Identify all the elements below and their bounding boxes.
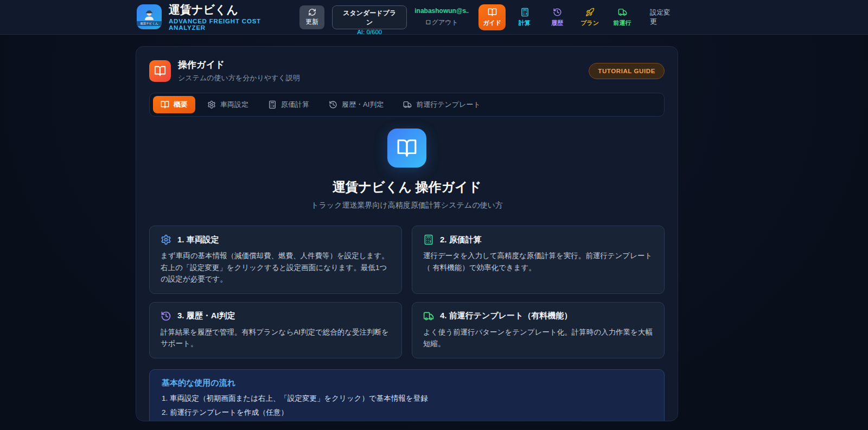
tab-label: 車両設定 — [220, 100, 248, 110]
tab-label: 履歴・AI判定 — [342, 100, 384, 110]
flow-step: 2. 前運行テンプレートを作成（任意） — [162, 407, 652, 418]
feature-title: 4. 前運行テンプレート（有料機能） — [440, 311, 572, 321]
refresh-icon — [308, 8, 316, 16]
header-right: 更新 スタンダードプラン AI: 0/600 inabashowun@s... … — [299, 4, 677, 30]
brand: 運賃ナビくん 運賃ナビくん ADVANCED FREIGHT COST ANAL… — [137, 3, 299, 31]
feature-title: 2. 原価計算 — [440, 235, 482, 245]
settings-link[interactable]: 設定変更 — [650, 8, 677, 27]
feature-desc: 計算結果を履歴で管理。有料プランならAI判定で総合的な受注判断をサポート。 — [161, 326, 391, 350]
feature-title: 3. 履歴・AI判定 — [177, 311, 235, 321]
basic-flow-box: 基本的な使用の流れ 1. 車両設定（初期画面または右上、「設定変更」をクリック）… — [149, 369, 665, 421]
guide-panel: 操作ガイド システムの使い方を分かりやすく説明 TUTORIAL GUIDE 概… — [136, 46, 678, 421]
feature-grid: 1. 車両設定 まず車両の基本情報（減価償却費、燃費、人件費等）を設定します。右… — [149, 226, 665, 358]
book-icon — [161, 100, 169, 109]
feature-card-header: 3. 履歴・AI判定 — [161, 311, 391, 322]
feature-desc: 運行データを入力して高精度な原価計算を実行。前運行テンプレート（ 有料機能）で効… — [423, 250, 653, 273]
calculator-icon — [520, 8, 529, 17]
flow-steps: 1. 車両設定（初期画面または右上、「設定変更」をクリック）で基本情報を登録 2… — [162, 393, 652, 421]
logout-link[interactable]: ログアウト — [414, 18, 469, 27]
feature-card-header: 4. 前運行テンプレート（有料機能） — [423, 311, 653, 322]
page-title: 操作ガイド — [178, 59, 300, 71]
tutorial-guide-badge: TUTORIAL GUIDE — [589, 63, 665, 79]
nav-item-history[interactable]: 履歴 — [544, 4, 571, 30]
nav-item-plan[interactable]: プラン — [576, 4, 603, 30]
calculator-icon — [423, 234, 434, 245]
feature-card-header: 1. 車両設定 — [161, 234, 391, 245]
nav-label: 履歴 — [551, 19, 563, 27]
account-info: inabashowun@s... ログアウト — [414, 7, 469, 27]
history-icon — [329, 100, 337, 109]
tab-prerun-template[interactable]: 前運行テンプレート — [395, 96, 488, 113]
header-nav: ガイド 計算 履歴 プラン 前運行 — [478, 4, 636, 30]
flow-step: 1. 車両設定（初期画面または右上、「設定変更」をクリック）で基本情報を登録 — [162, 393, 652, 404]
nav-label: 計算 — [519, 19, 531, 27]
tab-overview[interactable]: 概要 — [153, 96, 195, 113]
hero-title: 運賃ナビくん 操作ガイド — [149, 178, 665, 196]
feature-card-history-ai: 3. 履歴・AI判定 計算結果を履歴で管理。有料プランならAI判定で総合的な受注… — [149, 302, 402, 358]
guide-tab-strip: 概要 車両設定 原価計算 履歴・AI判定 前運行テンプレート — [149, 93, 665, 117]
tab-label: 前運行テンプレート — [416, 100, 481, 110]
tab-label: 概要 — [174, 100, 188, 110]
refresh-label: 更新 — [305, 17, 318, 27]
app-header: 運賃ナビくん 運賃ナビくん ADVANCED FREIGHT COST ANAL… — [0, 0, 868, 35]
tab-cost-calc[interactable]: 原価計算 — [260, 96, 317, 113]
panel-header-text: 操作ガイド システムの使い方を分かりやすく説明 — [178, 59, 300, 83]
app-subtitle: ADVANCED FREIGHT COST ANALYZER — [169, 18, 299, 31]
history-icon — [553, 8, 562, 17]
gear-icon — [207, 100, 216, 109]
tab-label: 原価計算 — [281, 100, 309, 110]
nav-item-prerun[interactable]: 前運行 — [609, 4, 636, 30]
plan-name: スタンダードプラン — [340, 9, 399, 27]
tab-history-ai[interactable]: 履歴・AI判定 — [321, 96, 391, 113]
nav-label: 前運行 — [614, 19, 631, 27]
app-title: 運賃ナビくん — [169, 3, 299, 16]
feature-card-cost-calc: 2. 原価計算 運行データを入力して高精度な原価計算を実行。前運行テンプレート（… — [412, 226, 665, 294]
feature-card-vehicle-settings: 1. 車両設定 まず車両の基本情報（減価償却費、燃費、人件費等）を設定します。右… — [149, 226, 402, 294]
app-logo: 運賃ナビくん — [137, 4, 162, 29]
history-icon — [161, 311, 171, 322]
book-icon — [488, 8, 497, 17]
nav-label: ガイド — [483, 19, 501, 27]
tab-vehicle-settings[interactable]: 車両設定 — [200, 96, 256, 113]
nav-item-calc[interactable]: 計算 — [511, 4, 538, 30]
truck-icon — [403, 100, 412, 109]
flow-title: 基本的な使用の流れ — [162, 378, 652, 388]
hero-subtitle: トラック運送業界向け高精度原価計算システムの使い方 — [149, 201, 665, 210]
truck-icon — [618, 8, 627, 17]
nav-label: プラン — [580, 19, 599, 27]
truck-icon — [423, 311, 434, 322]
rocket-icon — [585, 8, 595, 17]
mascot-icon — [142, 8, 156, 21]
logo-label: 運賃ナビくん — [137, 21, 162, 26]
book-icon — [154, 65, 166, 77]
hero-section: 運賃ナビくん 操作ガイド トラック運送業界向け高精度原価計算システムの使い方 — [149, 129, 665, 210]
nav-item-guide[interactable]: ガイド — [478, 4, 506, 30]
account-email: inabashowun@s... — [414, 7, 469, 15]
book-icon — [397, 138, 417, 158]
refresh-button[interactable]: 更新 — [299, 5, 324, 29]
feature-card-header: 2. 原価計算 — [423, 234, 653, 245]
feature-title: 1. 車両設定 — [177, 235, 219, 245]
brand-text: 運賃ナビくん ADVANCED FREIGHT COST ANALYZER — [169, 3, 299, 31]
hero-book-icon-box — [387, 129, 426, 168]
calculator-icon — [268, 100, 277, 109]
guide-header-icon-box — [149, 60, 171, 82]
gear-icon — [161, 234, 171, 245]
feature-card-prerun-template: 4. 前運行テンプレート（有料機能） よく使う前運行パターンをテンプレート化。計… — [412, 302, 665, 358]
page-subtitle: システムの使い方を分かりやすく説明 — [178, 73, 300, 83]
panel-header: 操作ガイド システムの使い方を分かりやすく説明 TUTORIAL GUIDE — [149, 59, 665, 83]
feature-desc: まず車両の基本情報（減価償却費、燃費、人件費等）を設定します。右上の「設定変更」… — [161, 250, 391, 285]
plan-ai-quota: AI: 0/600 — [340, 29, 399, 35]
plan-badge[interactable]: スタンダードプラン AI: 0/600 — [332, 5, 407, 29]
feature-desc: よく使う前運行パターンをテンプレート化。計算時の入力作業を大幅短縮。 — [423, 326, 653, 350]
